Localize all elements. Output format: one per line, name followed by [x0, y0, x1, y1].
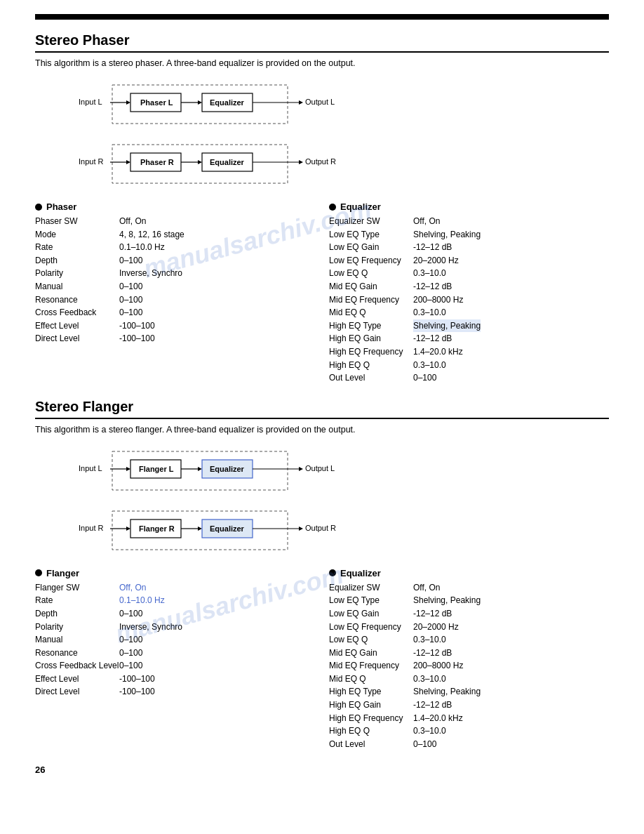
svg-text:Equalizer: Equalizer: [210, 465, 245, 473]
param-high-eq-freq: High EQ Frequency 1.4–20.0 kHz: [329, 345, 609, 359]
svg-marker-23: [299, 160, 303, 164]
flanger-right-header: Equalizer: [329, 568, 609, 578]
svg-marker-49: [299, 527, 303, 531]
param-flanger-rate: Rate 0.1–10.0 Hz: [35, 594, 315, 607]
param-low-eq-q: Low EQ Q 0.3–10.0: [329, 267, 609, 280]
svg-text:Input L: Input L: [79, 464, 102, 472]
svg-text:Phaser R: Phaser R: [140, 158, 174, 166]
param-flanger-effect-level: Effect Level -100–100: [35, 673, 315, 686]
param-manual: Manual 0–100: [35, 280, 315, 293]
param-flanger-depth: Depth 0–100: [35, 607, 315, 621]
flanger-diagram-svg: Input L Flanger L Equalizer Output L: [35, 444, 428, 557]
svg-text:Equalizer: Equalizer: [210, 524, 245, 533]
stereo-phaser-section: Stereo Phaser This algorithm is a stereo…: [35, 32, 609, 385]
flanger-title: Stereo Flanger: [35, 399, 609, 415]
svg-marker-19: [198, 160, 202, 164]
svg-text:Phaser L: Phaser L: [140, 98, 173, 107]
svg-marker-36: [299, 467, 303, 471]
param-flanger-sw: Flanger SW Off, On: [35, 581, 315, 595]
svg-text:Output L: Output L: [305, 464, 335, 472]
svg-marker-28: [126, 467, 130, 471]
phaser-right-params: Equalizer Equalizer SW Off, On Low EQ Ty…: [329, 201, 609, 385]
svg-marker-45: [198, 527, 202, 531]
flanger-left-params: Flanger Flanger SW Off, On Rate 0.1–10.0…: [35, 568, 329, 751]
svg-marker-15: [126, 160, 130, 164]
param-flanger-direct-level: Direct Level -100–100: [35, 685, 315, 699]
param-low-eq-gain: Low EQ Gain -12–12 dB: [329, 241, 609, 254]
param-flanger-low-eq-freq: Low EQ Frequency 20–2000 Hz: [329, 621, 609, 634]
phaser-params-grid: Phaser Phaser SW Off, On Mode 4, 8, 12, …: [35, 201, 609, 385]
page-container: manualsarchiv.com manualsarchiv.com Ster…: [0, 0, 644, 834]
flanger-left-header: Flanger: [35, 568, 315, 578]
svg-text:Output R: Output R: [305, 157, 336, 166]
param-flanger-out-level: Out Level 0–100: [329, 738, 609, 751]
phaser-divider: [35, 51, 609, 53]
param-eq-sw: Equalizer SW Off, On: [329, 215, 609, 228]
param-flanger-eq-sw: Equalizer SW Off, On: [329, 581, 609, 595]
param-resonance: Resonance 0–100: [35, 293, 315, 307]
param-high-eq-type: High EQ Type Shelving, Peaking: [329, 319, 609, 333]
param-flanger-resonance: Resonance 0–100: [35, 647, 315, 660]
svg-marker-6: [198, 100, 202, 105]
phaser-diagram-svg: Input L Phaser L Equalizer Output L: [35, 78, 428, 190]
param-high-eq-q: High EQ Q 0.3–10.0: [329, 359, 609, 372]
flanger-right-params: Equalizer Equalizer SW Off, On Low EQ Ty…: [329, 568, 609, 751]
svg-text:Equalizer: Equalizer: [210, 98, 245, 107]
param-flanger-mid-eq-freq: Mid EQ Frequency 200–8000 Hz: [329, 659, 609, 673]
param-flanger-low-eq-type: Low EQ Type Shelving, Peaking: [329, 594, 609, 607]
flanger-divider: [35, 418, 609, 419]
equalizer-bullet: [329, 204, 336, 211]
param-mid-eq-freq: Mid EQ Frequency 200–8000 Hz: [329, 293, 609, 307]
param-flanger-low-eq-gain: Low EQ Gain -12–12 dB: [329, 607, 609, 621]
param-flanger-high-eq-type: High EQ Type Shelving, Peaking: [329, 685, 609, 699]
svg-marker-32: [198, 467, 202, 471]
phaser-bullet: [35, 204, 42, 211]
stereo-flanger-section: Stereo Flanger This algorithm is a stere…: [35, 399, 609, 751]
param-phaser-sw: Phaser SW Off, On: [35, 215, 315, 228]
param-mode: Mode 4, 8, 12, 16 stage: [35, 228, 315, 241]
param-polarity: Polarity Inverse, Synchro: [35, 267, 315, 280]
phaser-diagram: Input L Phaser L Equalizer Output L: [35, 78, 609, 190]
param-direct-level: Direct Level -100–100: [35, 332, 315, 345]
param-high-eq-gain: High EQ Gain -12–12 dB: [329, 332, 609, 345]
param-flanger-cross-feedback: Cross Feedback Level 0–100: [35, 659, 315, 673]
param-flanger-low-eq-q: Low EQ Q 0.3–10.0: [329, 633, 609, 647]
phaser-left-params: Phaser Phaser SW Off, On Mode 4, 8, 12, …: [35, 201, 329, 385]
flanger-bullet: [35, 569, 42, 576]
svg-text:Input R: Input R: [79, 157, 104, 166]
param-flanger-polarity: Polarity Inverse, Synchro: [35, 621, 315, 634]
svg-text:Flanger L: Flanger L: [139, 465, 174, 473]
svg-text:Flanger R: Flanger R: [139, 524, 175, 533]
param-flanger-mid-eq-q: Mid EQ Q 0.3–10.0: [329, 673, 609, 686]
page-number: 26: [35, 764, 609, 775]
phaser-left-header: Phaser: [35, 201, 315, 212]
param-mid-eq-gain: Mid EQ Gain -12–12 dB: [329, 280, 609, 293]
svg-text:Input R: Input R: [79, 524, 104, 532]
phaser-title: Stereo Phaser: [35, 32, 609, 48]
param-out-level: Out Level 0–100: [329, 371, 609, 385]
param-effect-level: Effect Level -100–100: [35, 319, 315, 333]
svg-marker-41: [126, 527, 130, 531]
param-low-eq-freq: Low EQ Frequency 20–2000 Hz: [329, 254, 609, 267]
param-low-eq-type: Low EQ Type Shelving, Peaking: [329, 228, 609, 241]
flanger-params-grid: Flanger Flanger SW Off, On Rate 0.1–10.0…: [35, 568, 609, 751]
phaser-desc: This algorithm is a stereo phaser. A thr…: [35, 58, 609, 68]
svg-text:Equalizer: Equalizer: [210, 158, 245, 166]
flanger-diagram: Input L Flanger L Equalizer Output L: [35, 444, 609, 557]
param-flanger-high-eq-q: High EQ Q 0.3–10.0: [329, 724, 609, 738]
svg-marker-2: [126, 100, 130, 105]
phaser-right-header: Equalizer: [329, 201, 609, 212]
svg-text:Output L: Output L: [305, 98, 335, 106]
param-flanger-mid-eq-gain: Mid EQ Gain -12–12 dB: [329, 647, 609, 660]
param-cross-feedback: Cross Feedback 0–100: [35, 306, 315, 319]
param-flanger-high-eq-gain: High EQ Gain -12–12 dB: [329, 699, 609, 712]
flanger-desc: This algorithm is a stereo flanger. A th…: [35, 425, 609, 435]
flanger-eq-bullet: [329, 569, 336, 576]
param-flanger-high-eq-freq: High EQ Frequency 1.4–20.0 kHz: [329, 712, 609, 725]
svg-marker-10: [299, 100, 303, 105]
param-mid-eq-q: Mid EQ Q 0.3–10.0: [329, 306, 609, 319]
phaser-input-l-label: Input L: [79, 98, 102, 106]
svg-text:Output R: Output R: [305, 524, 336, 532]
top-bar: [35, 14, 609, 20]
param-rate: Rate 0.1–10.0 Hz: [35, 241, 315, 254]
